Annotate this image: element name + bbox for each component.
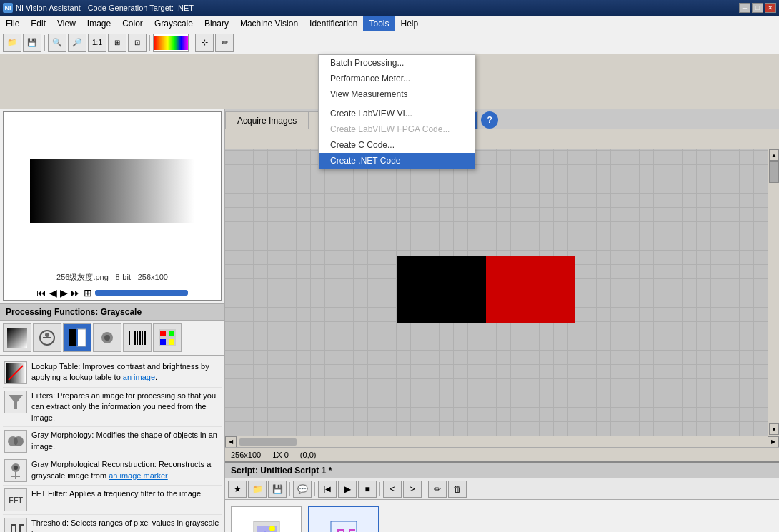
- toolbar-pencil-btn[interactable]: ✏: [215, 34, 234, 52]
- red-rectangle: [486, 256, 575, 323]
- app-icon: NI: [3, 3, 13, 13]
- help-button[interactable]: ?: [481, 111, 498, 129]
- svg-rect-10: [132, 331, 132, 345]
- script-play-btn[interactable]: ▶: [338, 481, 357, 498]
- scroll-down-btn[interactable]: ▼: [769, 423, 779, 435]
- proc-item-fft: FFT FFT Filter: Applies a frequency filt…: [3, 486, 222, 515]
- filters-text: Filters: Prepares an image for processin…: [31, 391, 220, 423]
- proc-item-filters: Filters: Prepares an image for processin…: [3, 388, 222, 427]
- toolbar-open-btn[interactable]: 📁: [3, 34, 21, 52]
- right-area: Acquire Images Browse Images Process Ima…: [225, 109, 779, 532]
- nav-last-btn[interactable]: ⏭: [71, 287, 81, 298]
- gray-recon-text: Gray Morphological Reconstruction: Recon…: [31, 459, 220, 481]
- menu-performance-meter[interactable]: Performance Meter...: [319, 71, 475, 86]
- proc-icon-threshold[interactable]: [63, 323, 91, 352]
- script-save-btn[interactable]: 💾: [268, 481, 287, 498]
- menu-color[interactable]: Color: [116, 16, 149, 31]
- nav-first-btn[interactable]: ⏮: [36, 287, 46, 298]
- left-panel: 256级灰度.png - 8-bit - 256x100 ⏮ ◀ ▶ ⏭ ⊞ P…: [0, 109, 225, 532]
- script-open-btn[interactable]: 📁: [248, 481, 267, 498]
- script-block-original[interactable]: Original Image: [231, 506, 302, 532]
- menu-file[interactable]: File: [0, 16, 25, 31]
- menu-image[interactable]: Image: [81, 16, 116, 31]
- menu-create-labview-fpga: Create LabVIEW FPGA Code...: [319, 121, 475, 137]
- lookup-link[interactable]: an image: [123, 373, 155, 381]
- menu-help[interactable]: Help: [395, 16, 425, 31]
- scroll-right-btn[interactable]: ▶: [768, 436, 779, 448]
- nav-slider[interactable]: [95, 290, 188, 296]
- menu-binary[interactable]: Binary: [199, 16, 234, 31]
- color-palette-btn[interactable]: [153, 34, 189, 52]
- filters-icon: [4, 391, 27, 413]
- menu-view-measurements[interactable]: View Measurements: [319, 86, 475, 102]
- gradient-image: [30, 159, 194, 223]
- scrollbar-thumb[interactable]: [769, 161, 779, 183]
- scroll-up-btn[interactable]: ▲: [769, 149, 779, 161]
- svg-point-27: [14, 466, 18, 470]
- tab-acquire[interactable]: Acquire Images: [225, 111, 309, 129]
- gray-morph-icon: [4, 430, 27, 453]
- script-edit-btn[interactable]: ✏: [428, 481, 447, 498]
- toolbar-zoom-in-btn[interactable]: 🔍: [48, 34, 66, 52]
- script-block-threshold-icon: [329, 520, 358, 532]
- toolbar-zoom-custom-btn[interactable]: ⊡: [128, 34, 147, 52]
- menu-separator-1: [319, 104, 475, 104]
- canvas-scrollbar-vertical[interactable]: ▲ ▼: [768, 149, 779, 436]
- menu-grayscale[interactable]: Grayscale: [149, 16, 199, 31]
- svg-rect-15: [144, 331, 146, 345]
- status-bar: 256x100 1X 0 (0,0): [225, 447, 779, 461]
- proc-icon-filter[interactable]: [33, 323, 61, 352]
- menu-view[interactable]: View: [51, 16, 81, 31]
- script-stop-btn[interactable]: ■: [358, 481, 377, 498]
- maximize-button[interactable]: □: [752, 3, 763, 13]
- lookup-icon: [4, 361, 27, 384]
- svg-rect-0: [7, 328, 27, 348]
- toolbar-zoom-out-btn[interactable]: 🔎: [68, 34, 86, 52]
- script-delete-btn[interactable]: 🗑: [448, 481, 467, 498]
- menu-machine-vision[interactable]: Machine Vision: [234, 16, 304, 31]
- menu-create-c-code[interactable]: Create C Code...: [319, 137, 475, 153]
- titlebar-controls[interactable]: ─ □ ✕: [739, 3, 776, 13]
- script-block-threshold[interactable]: Threshold 1: [308, 506, 379, 532]
- script-forward-btn[interactable]: >: [403, 481, 422, 498]
- proc-icon-barcode[interactable]: [123, 323, 152, 352]
- image-info: 256级灰度.png - 8-bit - 256x100: [54, 269, 171, 286]
- script-star-btn[interactable]: ★: [228, 481, 247, 498]
- menu-tools[interactable]: Tools: [363, 16, 395, 31]
- menu-create-labview-vi[interactable]: Create LabVIEW VI...: [319, 106, 475, 121]
- minimize-button[interactable]: ─: [739, 3, 750, 13]
- proc-icon-gradient[interactable]: [3, 323, 31, 352]
- svg-rect-12: [137, 331, 138, 345]
- canvas-image: [397, 256, 575, 323]
- menu-edit[interactable]: Edit: [25, 16, 51, 31]
- nav-prev-btn[interactable]: ◀: [49, 287, 57, 298]
- script-comment-btn[interactable]: 💬: [293, 481, 312, 498]
- menu-identification[interactable]: Identification: [304, 16, 363, 31]
- close-button[interactable]: ✕: [765, 3, 776, 13]
- script-skip-start-btn[interactable]: |◀: [318, 481, 337, 498]
- toolbar-zoom-fit-btn[interactable]: 1:1: [88, 34, 106, 52]
- canvas-scrollbar-horizontal[interactable]: ◀ ▶: [225, 436, 779, 447]
- toolbar-select-btn[interactable]: ⊹: [195, 34, 214, 52]
- nav-film-btn[interactable]: ⊞: [84, 287, 92, 298]
- proc-icon-morphology[interactable]: [93, 323, 121, 352]
- script-sep2: [314, 482, 315, 496]
- nav-next-btn[interactable]: ▶: [60, 287, 68, 298]
- script-header: Script: Untitled Script 1 *: [225, 463, 779, 478]
- toolbar-zoom-window-btn[interactable]: ⊞: [108, 34, 126, 52]
- svg-rect-18: [169, 331, 174, 336]
- svg-marker-23: [9, 395, 23, 409]
- proc-icon-color[interactable]: [153, 323, 182, 352]
- svg-rect-4: [69, 329, 77, 346]
- script-back-btn[interactable]: <: [383, 481, 402, 498]
- script-sep4: [425, 482, 425, 496]
- processing-header: Processing Functions: Grayscale: [0, 303, 224, 321]
- scroll-left-btn[interactable]: ◀: [225, 436, 237, 448]
- svg-rect-20: [169, 339, 174, 345]
- scrollbar-h-thumb[interactable]: [239, 438, 297, 446]
- menu-create-dotnet-code[interactable]: Create .NET Code: [319, 153, 475, 169]
- menu-batch-processing[interactable]: Batch Processing...: [319, 55, 475, 71]
- script-content: Original Image Threshold 1: [225, 500, 779, 532]
- toolbar-save-btn[interactable]: 💾: [23, 34, 41, 52]
- gray-recon-link[interactable]: an image marker: [109, 471, 168, 480]
